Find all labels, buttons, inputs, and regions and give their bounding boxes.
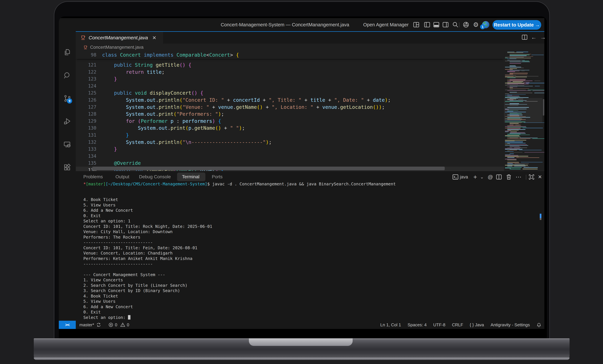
panel-tab-debug-console[interactable]: Debug Console <box>139 171 171 182</box>
terminal-dropdown-chevron-icon[interactable]: ⌄ <box>479 173 485 181</box>
minimap-line <box>507 84 529 84</box>
sync-icon <box>96 322 101 327</box>
restart-to-update-button[interactable]: Restart to Update → <box>492 20 541 30</box>
toggle-secondary-sidebar-icon[interactable] <box>442 21 450 28</box>
terminal-shell-icon[interactable] <box>452 173 459 181</box>
minimap-line <box>510 89 513 89</box>
status-item-settings[interactable]: Antigravity - Settings <box>491 321 530 329</box>
customize-layout-icon[interactable] <box>413 21 420 28</box>
status-item-cursor-position[interactable]: Ln 1, Col 1 <box>380 321 401 329</box>
minimap-line <box>515 163 529 164</box>
minimap-line <box>507 138 530 139</box>
minimap-line <box>505 145 528 146</box>
code-line-123: 123 } <box>76 75 504 82</box>
editor-horizontal-scrollbar[interactable] <box>92 167 445 170</box>
minimap-line <box>532 55 544 55</box>
minimap-line <box>507 80 525 80</box>
navigate-back-icon[interactable]: ← <box>530 34 538 41</box>
minimap-line <box>507 125 521 126</box>
code-line-134: 134 <box>76 153 504 160</box>
warning-icon <box>120 322 125 327</box>
toggle-primary-sidebar-icon[interactable] <box>424 21 431 28</box>
breadcrumb[interactable]: ConcertManangement.java <box>76 44 544 51</box>
maximize-panel-icon[interactable] <box>528 173 535 181</box>
minimap-line <box>505 141 523 142</box>
open-agent-manager-button[interactable]: Open Agent Manager <box>363 18 409 31</box>
minimap-line <box>507 163 519 163</box>
tab-close-icon[interactable]: ✕ <box>152 35 156 41</box>
minimap-line <box>510 56 527 56</box>
source-control-icon[interactable]: 9 <box>64 95 71 102</box>
account-globe-icon[interactable]: 1 <box>482 21 489 28</box>
terminal-line: Venue: City Hall, Location: Downtown <box>83 229 212 235</box>
extensions-icon[interactable] <box>64 164 71 171</box>
close-panel-icon[interactable]: ✕ <box>537 173 543 181</box>
remote-explorer-icon[interactable] <box>64 141 71 148</box>
status-item-language-mode[interactable]: { } Java <box>470 321 484 329</box>
minimap-line <box>505 75 516 76</box>
panel-more-actions-icon[interactable]: ⋯ <box>515 173 522 181</box>
kill-terminal-trash-icon[interactable] <box>506 173 512 181</box>
minimap-line <box>505 135 519 136</box>
toggle-panel-icon[interactable] <box>433 21 440 28</box>
minimap-line <box>505 136 520 137</box>
editor-vertical-scrollbar[interactable] <box>543 99 544 115</box>
minimap-line <box>510 73 528 73</box>
search-icon[interactable] <box>64 72 71 79</box>
terminal-shell-label: java <box>460 173 468 181</box>
terminal-line: 0. Exit <box>83 309 212 315</box>
minimap-line <box>507 130 519 131</box>
explorer-icon[interactable] <box>64 49 71 56</box>
navigate-forward-icon[interactable]: → <box>539 34 547 41</box>
tab-concertmanangement-java[interactable]: ConcertManangement.java ✕ <box>76 32 163 44</box>
minimap-line <box>510 132 525 133</box>
minimap-line <box>510 92 517 92</box>
terminal-line: Select an option: 1 <box>83 218 212 224</box>
minimap-line <box>535 86 540 86</box>
minimap-line <box>523 128 543 128</box>
new-terminal-icon[interactable]: + <box>472 173 478 181</box>
minimap-line <box>510 169 521 169</box>
notifications-bell-icon[interactable] <box>536 322 541 327</box>
terminal-line: Select an option: <box>83 315 212 320</box>
minimap-line <box>505 142 523 143</box>
minimap-line <box>507 137 521 137</box>
terminal-line: ---------------------------- <box>83 262 212 267</box>
problems-status-item[interactable]: 0 0 <box>108 321 129 329</box>
terminal-line: 5. View Users <box>83 299 212 304</box>
panel-tab-terminal[interactable]: Terminal <box>182 171 199 182</box>
search-icon[interactable] <box>452 21 459 28</box>
minimap-line <box>505 126 526 127</box>
minimap-line <box>505 90 526 90</box>
remote-indicator[interactable]: >< <box>59 321 76 329</box>
split-editor-icon[interactable] <box>521 34 529 41</box>
settings-gear-icon[interactable]: ⚙ <box>472 21 479 28</box>
code-editor[interactable]: 98class Concert implements Comparable<Co… <box>76 51 544 171</box>
browser-icon[interactable] <box>463 21 470 28</box>
branch-status-item[interactable]: master* <box>79 321 101 329</box>
code-line-122: 122 return title; <box>76 68 504 76</box>
minimap-line <box>510 154 514 154</box>
minimap-line <box>505 67 521 67</box>
minimap-line <box>505 58 508 58</box>
minimap-line <box>519 150 542 150</box>
minimap-line <box>507 134 521 134</box>
run-and-debug-icon[interactable] <box>64 118 71 125</box>
terminal-attach-icon[interactable]: @ <box>487 173 494 181</box>
panel-tab-problems[interactable]: Problems <box>83 171 103 182</box>
panel-tab-output[interactable]: Output <box>116 171 129 182</box>
split-terminal-icon[interactable] <box>496 173 502 181</box>
panel-tab-ports[interactable]: Ports <box>212 171 222 182</box>
editor-window: Concert-Management-System — ConcertManan… <box>59 18 544 329</box>
status-item-indentation[interactable]: Spaces: 4 <box>408 321 427 329</box>
terminal-output[interactable]: 4. Book Ticket5. View Users6. Add a New … <box>83 197 212 320</box>
status-item-eol[interactable]: CRLF <box>452 321 463 329</box>
branch-label: master* <box>79 322 94 328</box>
minimap-line <box>510 79 526 80</box>
minimap-line <box>505 155 518 156</box>
code-line-127: 127 System.out.println("Venue: " + venue… <box>76 103 504 111</box>
terminal-line: 3. Search Concert by ID (Binary Search) <box>83 288 212 294</box>
minimap-slider[interactable] <box>504 98 542 123</box>
minimap-line <box>516 157 539 158</box>
status-item-encoding[interactable]: UTF-8 <box>433 321 445 329</box>
